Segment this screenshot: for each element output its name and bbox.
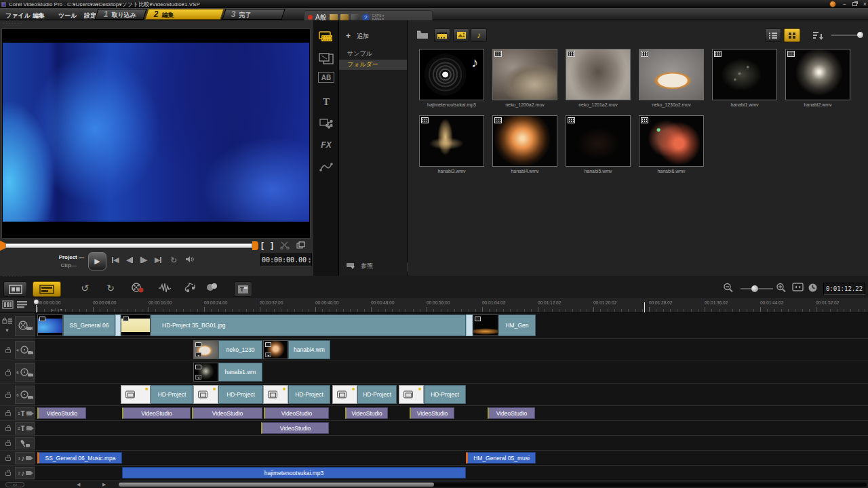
transition-clip[interactable] <box>466 314 473 336</box>
media-thumbnail-audio[interactable]: ♪ <box>419 49 484 100</box>
media-thumbnail-video[interactable] <box>639 115 704 167</box>
voice-track-row[interactable] <box>35 436 868 451</box>
overlay-track-row[interactable]: ◂ hanabi1.wm <box>35 361 868 384</box>
title-clip[interactable]: VideoStudio <box>488 407 535 419</box>
timeline-clip[interactable]: SS_General 06 <box>63 314 115 336</box>
music-track-row[interactable]: SS_General 06_Music.mpa HM_General 05_mu… <box>35 451 868 466</box>
timeline-clip[interactable]: hanabi4.wm <box>288 340 330 359</box>
timeline-clip[interactable]: hanabi1.wm <box>218 363 262 382</box>
timecode-spinner[interactable]: ▲▼ <box>309 257 311 264</box>
overlay-track-icon[interactable]: 5 <box>15 363 35 382</box>
lock-icon[interactable] <box>5 427 11 431</box>
clip-thumbnail[interactable]: ◂ <box>193 340 218 359</box>
title-track-icon[interactable]: 2T <box>15 422 35 434</box>
go-end-button[interactable]: ▶ <box>155 256 161 264</box>
filter-fx-tab[interactable]: FX <box>317 137 336 153</box>
corel-badge-icon[interactable] <box>829 1 836 7</box>
mark-in-button[interactable]: [ <box>261 241 264 250</box>
lock-icon[interactable] <box>5 457 11 461</box>
painting-creator-button[interactable] <box>205 283 223 291</box>
lock-icon[interactable] <box>5 394 11 398</box>
menu-file[interactable]: ファイル <box>5 12 31 20</box>
clip-thumbnail[interactable]: ◂ <box>263 340 288 359</box>
timeline-view-button[interactable] <box>33 281 61 297</box>
zoom-in-icon[interactable] <box>776 283 787 293</box>
timecode-display[interactable]: 00:00:00.00 ▲▼ <box>260 253 312 266</box>
lock-icon[interactable] <box>5 442 11 446</box>
close-button[interactable]: × <box>863 1 867 7</box>
add-remove-track-control[interactable]: +/- ▾ <box>52 307 63 312</box>
title-clip[interactable]: VideoStudio <box>410 407 454 419</box>
fit-timeline-button[interactable]: +♪ <box>5 482 24 487</box>
filter-audio-button[interactable]: ♪ <box>471 28 487 42</box>
go-start-button[interactable]: ◀ <box>112 256 119 264</box>
track-header-voice[interactable] <box>0 436 35 451</box>
media-thumbnail-video[interactable] <box>566 49 631 100</box>
decoration-clip[interactable] <box>121 385 151 404</box>
sort-button[interactable] <box>810 28 826 42</box>
track-header-overlay1[interactable]: 4 <box>0 339 35 361</box>
storyboard-view-button[interactable] <box>3 281 27 297</box>
lock-icon[interactable] <box>5 412 11 416</box>
lock-icon[interactable] <box>5 349 11 353</box>
split-clip-button[interactable] <box>280 241 290 249</box>
lock-all-tracks-icon[interactable] <box>2 317 13 324</box>
media-thumbnail-video[interactable] <box>639 49 704 100</box>
title-track-row[interactable]: VideoStudio <box>35 421 868 436</box>
timeline-clip[interactable]: HD-Project <box>288 385 330 404</box>
voice-track-icon[interactable] <box>15 437 35 449</box>
video-track-row[interactable]: SS_General 06 HD-Project 35_BG01.jpg HM_… <box>35 313 868 339</box>
scrubber-start-handle[interactable] <box>0 241 5 251</box>
music-track-icon[interactable]: 1♪ <box>15 452 35 464</box>
music-track-icon[interactable]: 2♪ <box>15 467 35 479</box>
clip-thumbnail[interactable] <box>37 314 63 336</box>
transition-tab[interactable] <box>317 50 336 66</box>
media-thumbnail-video[interactable] <box>785 49 850 100</box>
media-thumbnail-video[interactable] <box>712 49 777 100</box>
repeat-button[interactable]: ↻ <box>170 256 177 265</box>
timeline-scrollbar[interactable] <box>119 483 867 487</box>
timeline-scrollbar-thumb[interactable] <box>119 483 434 487</box>
menu-tools[interactable]: ツール <box>58 12 77 20</box>
mark-out-button[interactable]: ] <box>271 241 273 250</box>
step-tab-share[interactable]: 3完了 <box>222 9 285 20</box>
track-header-title1[interactable]: 1T <box>0 406 35 421</box>
timeline-clip[interactable]: HD-Project <box>218 385 263 404</box>
ime-dictionary-icon[interactable] <box>340 14 349 21</box>
media-thumbnail-video[interactable] <box>566 115 631 167</box>
track-header-title2[interactable]: 2T <box>0 421 35 436</box>
ime-tools-icon[interactable] <box>351 14 359 21</box>
maximize-button[interactable] <box>852 2 857 6</box>
track-header-music2[interactable]: 2♪ <box>0 466 35 481</box>
track-header-overlay3[interactable]: 6 <box>0 384 35 406</box>
sound-mixer-button[interactable] <box>158 283 176 293</box>
scrubber-end-handle[interactable] <box>252 241 258 250</box>
scroll-left-button[interactable]: ◀ <box>77 482 80 487</box>
video-track-icon[interactable] <box>15 316 35 336</box>
timeline-clip[interactable]: HM_Gen <box>498 314 536 336</box>
track-manager-icon[interactable] <box>2 300 14 309</box>
redo-button[interactable]: ↻ <box>102 283 119 293</box>
media-library-tab[interactable] <box>317 28 336 45</box>
volume-button[interactable] <box>185 256 195 263</box>
filter-video-button[interactable] <box>434 28 450 42</box>
transition-clip[interactable] <box>115 314 121 336</box>
music-clip[interactable]: HM_General 05_musi <box>466 452 536 464</box>
overlay-track-row[interactable]: HD-Project HD-Project HD-Project HD-Proj… <box>35 384 868 406</box>
overlay-track-icon[interactable]: 4 <box>15 341 35 359</box>
media-thumbnail-video[interactable] <box>492 115 557 167</box>
decoration-clip[interactable] <box>399 385 424 404</box>
timeline-clip[interactable]: HD-Project <box>357 385 397 404</box>
title-clip[interactable]: VideoStudio <box>261 422 329 434</box>
project-duration-icon[interactable] <box>808 283 818 293</box>
motion-path-tab[interactable] <box>317 159 336 175</box>
filter-photo-button[interactable] <box>453 28 469 42</box>
track-header-video[interactable]: ▼ <box>0 313 35 339</box>
timeline-clip[interactable]: neko_1230 <box>218 340 262 359</box>
duration-display[interactable]: 0:01:12.22 <box>823 283 865 295</box>
title-track-icon[interactable]: 1T <box>15 407 35 420</box>
clip-thumbnail[interactable] <box>473 314 498 336</box>
decoration-clip[interactable] <box>193 385 218 404</box>
media-thumbnail-video[interactable] <box>492 49 557 100</box>
minimize-button[interactable]: − <box>842 1 846 7</box>
